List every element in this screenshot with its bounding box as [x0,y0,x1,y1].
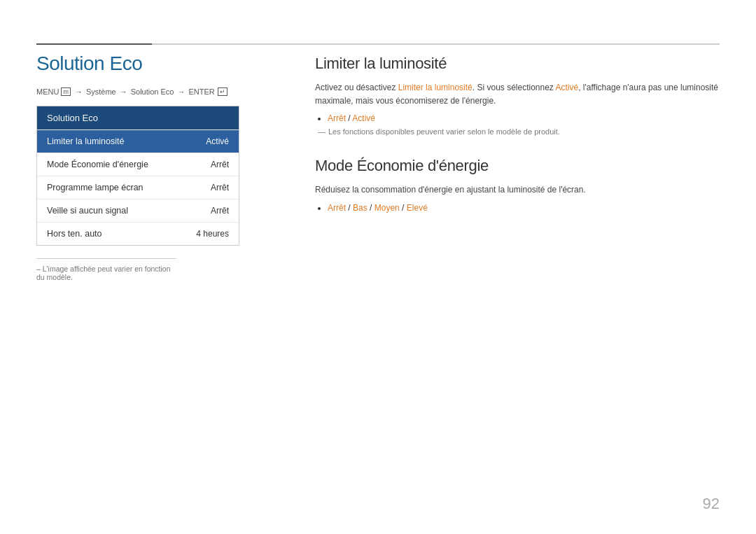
page-title: Solution Eco [36,52,281,75]
menu-item-mode-eco[interactable]: Mode Économie d'énergie Arrêt [37,153,239,176]
breadcrumb: MENU m → Système → Solution Eco → ENTER … [36,87,281,96]
section-mode-eco-title: Mode Économie d'énergie [315,157,720,175]
body-link-active: Activé [556,83,579,92]
menu-item-veille-label: Veille si aucun signal [47,206,128,216]
bullet-sep3: / [368,203,374,213]
right-panel: Limiter la luminosité Activez ou désacti… [315,55,720,234]
limiter-bullet-list: Arrêt / Activé [328,113,720,123]
bullet-eleve: Elevé [407,203,428,213]
bullet-sep2: / [346,203,353,213]
section-mode-eco: Mode Économie d'énergie Réduisez la cons… [315,157,720,212]
limiter-note: Les fonctions disponibles peuvent varier… [318,127,720,136]
image-footnote: – L'image affichée peut varier en foncti… [36,258,176,281]
bullet-arret2: Arrêt [328,203,346,213]
menu-item-veille[interactable]: Veille si aucun signal Arrêt [37,199,239,222]
section-limiter-title: Limiter la luminosité [315,55,720,73]
section-mode-eco-body: Réduisez la consommation d'énergie en aj… [315,183,720,197]
section-limiter: Limiter la luminosité Activez ou désacti… [315,55,720,136]
mode-eco-bullet-list: Arrêt / Bas / Moyen / Elevé [328,203,720,213]
solution-eco-label: Solution Eco [131,87,174,96]
enter-label: ENTER [188,87,214,96]
arrow3: → [177,87,185,96]
menu-item-programme-label: Programme lampe écran [47,183,144,192]
menu-header: Solution Eco [37,106,239,129]
solution-eco-menu: Solution Eco Limiter la luminosité Activ… [36,106,239,246]
arrow2: → [120,87,127,96]
menu-item-hors-ten[interactable]: Hors ten. auto 4 heures [37,222,239,245]
menu-icon: m [61,87,71,96]
body-text-start: Activez ou désactivez [315,83,398,92]
menu-item-mode-eco-label: Mode Économie d'énergie [47,160,148,169]
body-text-mid: . Si vous sélectionnez [472,83,556,92]
mode-eco-bullet-item: Arrêt / Bas / Moyen / Elevé [328,203,720,213]
menu-label: MENU [36,87,59,96]
menu-item-hors-ten-value: 4 heures [196,229,229,239]
mode-eco-text: Réduisez la consommation d'énergie en aj… [315,185,586,195]
section-limiter-body: Activez ou désactivez Limiter la luminos… [315,81,720,108]
bullet-sep1: / [346,113,352,123]
menu-item-programme-value: Arrêt [211,183,229,192]
menu-item-mode-eco-value: Arrêt [211,160,229,169]
left-panel: Solution Eco MENU m → Système → Solution… [36,52,281,281]
menu-item-veille-value: Arrêt [211,206,229,216]
page-number: 92 [703,495,720,513]
menu-item-limiter-value: Activé [206,136,229,146]
enter-icon: ↵ [218,87,227,96]
bullet-active: Activé [352,113,375,123]
bullet-moyen: Moyen [374,203,400,213]
menu-item-limiter-label: Limiter la luminosité [47,136,124,146]
note-text: Les fonctions disponibles peuvent varier… [328,127,560,136]
arrow1: → [75,87,83,96]
bullet-arret: Arrêt [328,113,346,123]
menu-item-programme[interactable]: Programme lampe écran Arrêt [37,176,239,199]
limiter-bullet-item: Arrêt / Activé [328,113,720,123]
menu-item-hors-ten-label: Hors ten. auto [47,229,102,239]
system-label: Système [86,87,116,96]
bullet-sep4: / [400,203,407,213]
menu-item-limiter[interactable]: Limiter la luminosité Activé [37,129,239,153]
body-link-limiter: Limiter la luminosité [398,83,472,92]
bullet-bas: Bas [353,203,368,213]
top-accent-line [36,43,152,45]
